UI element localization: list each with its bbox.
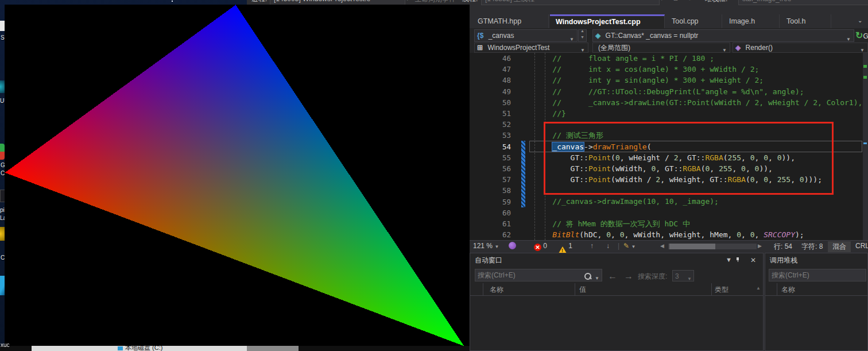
scope-combo[interactable]: (全局范围) ▼: [592, 43, 730, 53]
bottom-band: 本地磁盘 (C:): [0, 346, 470, 351]
cube-icon: ◈: [595, 32, 600, 40]
spinner-up-icon: ▲: [580, 29, 584, 33]
scrollbar-caret-mark: [863, 142, 867, 144]
disk-label: 本地磁盘 (C:): [125, 346, 162, 351]
editor-status-row: 121 % ▼ ✕ 0 1 ↑ ↓ | ✎ ▼ ◀ ▶ 行: 54 字符: 8 …: [470, 240, 868, 252]
callstack-search-input[interactable]: 搜索(Ctrl+E): [769, 269, 866, 281]
tab-windowsprojecttest-cpp[interactable]: WindowsProjectTest.cpp ✕: [550, 14, 665, 28]
desktop-icon-fragment[interactable]: [0, 276, 5, 295]
column-header-value[interactable]: 值: [579, 285, 586, 295]
flag-icon[interactable]: ⚑: [660, 0, 666, 2]
desktop-icon-label: pi: [0, 207, 5, 213]
change-tracking-bar: [521, 141, 525, 207]
column-header-name[interactable]: 名称: [490, 285, 503, 295]
lifecycle-label[interactable]: 生命周期事件: [414, 0, 456, 4]
sync-button[interactable]: ↻G: [855, 30, 868, 43]
hscroll-thumb[interactable]: [669, 244, 715, 249]
lifecycle-icon[interactable]: ⏵: [406, 0, 410, 2]
method-cube-icon: ◈: [735, 44, 741, 52]
desktop-icon-fragment[interactable]: [0, 80, 5, 93]
render-window[interactable]: [5, 5, 470, 346]
desktop-icon-label: S: [1, 34, 5, 41]
depth-select[interactable]: 3 ▼: [672, 270, 694, 281]
tab-image-h[interactable]: Image.h: [723, 14, 780, 28]
eol-indicator[interactable]: CRL: [855, 242, 868, 250]
chevron-down-icon: ▼: [860, 46, 865, 53]
disk-icon: [118, 346, 123, 350]
tab-list-chevron-icon[interactable]: ⌄: [858, 17, 862, 24]
chevron-down-icon: ▼: [631, 244, 636, 249]
chevron-down-icon[interactable]: ▼: [726, 256, 732, 263]
symbol-combo[interactable]: {$ _canvas ▼: [474, 29, 578, 42]
scroll-up-icon[interactable]: ▲: [756, 286, 761, 291]
desktop-icon-fragment[interactable]: [0, 21, 5, 31]
zoom-select[interactable]: 121 % ▼: [473, 242, 499, 250]
line-indicator: 行: 54: [774, 242, 792, 252]
autos-search-input[interactable]: 搜索(Ctrl+E) ▼: [475, 269, 602, 281]
project-combo[interactable]: ⊞ WindowsProjectTest ▼: [474, 43, 588, 53]
rendered-triangle: [5, 5, 470, 346]
encoding-indicator[interactable]: 混合: [828, 241, 851, 252]
autos-panel: 自动窗口 ▼ ✕ 搜索(Ctrl+E) ▼ ← → 搜索深度: 3 ▼ 名称 值…: [470, 253, 764, 351]
stackframe-combo[interactable]: stbi_image_free▼: [738, 0, 868, 5]
spinner-down-icon: ▼: [580, 35, 584, 39]
chevron-down-icon: ▼: [398, 0, 402, 5]
editor-vertical-scrollbar[interactable]: [863, 53, 868, 240]
green-refresh-icon: ↻: [855, 30, 863, 40]
feedback-icon[interactable]: [509, 242, 516, 250]
chevron-down-icon: ▼: [846, 34, 851, 42]
scrollbar-change-mark: [863, 76, 867, 79]
window-sliver: [247, 346, 299, 351]
error-count[interactable]: ✕ 0: [534, 242, 547, 251]
callstack-grid-header: 名称: [765, 283, 867, 296]
tab-tool-h[interactable]: Tool.h: [781, 14, 831, 28]
line-numbers: 4647484950515253545556575859606162: [470, 53, 513, 240]
thread-combo[interactable]: [143852] 主线程▼: [481, 0, 660, 5]
chevron-down-icon: ▼: [580, 46, 585, 53]
column-header-name[interactable]: 名称: [781, 285, 795, 295]
refresh-icon[interactable]: ↻: [687, 0, 692, 2]
autos-grid-body[interactable]: [470, 296, 763, 350]
chevron-down-icon: ▼: [595, 273, 599, 284]
back-arrow-icon[interactable]: ←: [608, 271, 617, 281]
callstack-panel-title: 调用堆栈: [765, 253, 867, 267]
field-icon: {$: [477, 32, 483, 40]
close-icon[interactable]: ✕: [750, 256, 756, 264]
chevron-down-icon: ▼: [652, 0, 657, 5]
pen-icon[interactable]: ✎ ▼: [623, 242, 636, 250]
forward-arrow-icon[interactable]: →: [624, 271, 633, 281]
callstack-grid-body[interactable]: [765, 296, 867, 350]
nav-down-icon[interactable]: ↓: [606, 242, 610, 250]
tab-tool-cpp[interactable]: Tool.cpp: [666, 14, 722, 28]
screen: S UU G C pi La C 进程: [145008] WindowsPro…: [0, 0, 868, 351]
pin-icon[interactable]: [735, 256, 743, 264]
editor-horizontal-scrollbar[interactable]: [668, 244, 757, 249]
project-icon: ⊞: [477, 44, 483, 52]
column-header-type[interactable]: 类型: [715, 285, 728, 295]
desktop-icon-fragment[interactable]: [0, 227, 5, 241]
warning-count[interactable]: 1: [559, 242, 572, 253]
explorer-window-sliver[interactable]: 本地磁盘 (C:): [32, 346, 247, 351]
chevron-down-icon: ▼: [569, 34, 574, 42]
thread-label: 线程:: [462, 0, 478, 4]
tab-gtmath-hpp[interactable]: GTMATH.hpp: [472, 14, 549, 28]
desktop-icon-label: xuc: [1, 342, 10, 348]
column-indicator: 字符: 8: [801, 242, 823, 252]
error-icon: ✕: [534, 244, 541, 251]
chevron-down-icon: ▼: [494, 244, 499, 249]
hscroll-left-icon[interactable]: ◀: [660, 243, 664, 249]
chevron-down-icon: ▼: [722, 46, 727, 53]
member-combo[interactable]: ◈ Render() ▼: [733, 43, 868, 53]
search-icon: [584, 273, 591, 280]
toolbar-overflow-icon[interactable]: ≡: [841, 0, 845, 2]
process-label: 进程:: [251, 0, 267, 4]
callstack-panel: 调用堆栈 搜索(Ctrl+E) 名称: [765, 253, 868, 351]
nav-up-icon[interactable]: ↑: [590, 242, 594, 250]
depth-label: 搜索深度:: [638, 272, 667, 281]
frames-icon[interactable]: ⧉: [673, 0, 678, 2]
hscroll-right-icon[interactable]: ▶: [758, 243, 762, 249]
declaration-combo[interactable]: ◈ GT::Canvas* _canvas = nullptr ▼: [592, 29, 854, 42]
symbol-spinner[interactable]: ▲ ▼: [578, 29, 587, 42]
desktop-icon-fragment[interactable]: [0, 144, 5, 160]
stackframe-label: 堆栈框:: [705, 0, 727, 4]
